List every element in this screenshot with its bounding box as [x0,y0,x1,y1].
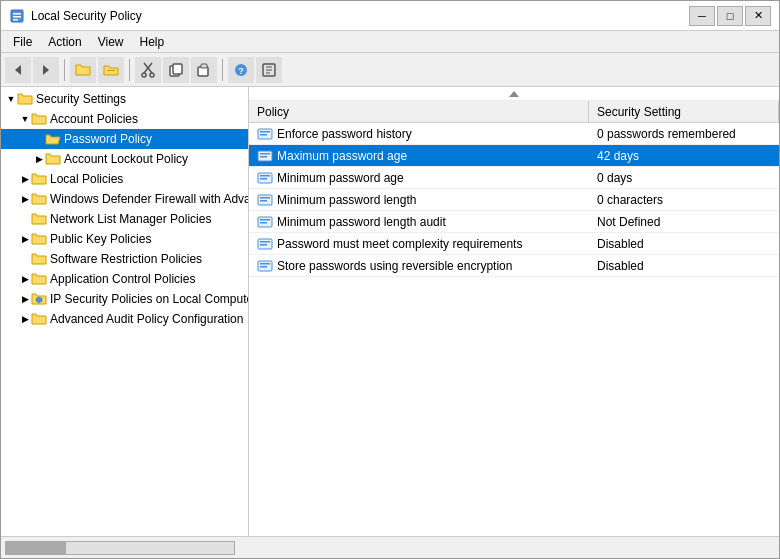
folder2-button[interactable] [98,57,124,83]
list-body: Enforce password history 0 passwords rem… [249,123,779,536]
list-row[interactable]: Minimum password length 0 characters [249,189,779,211]
svg-point-10 [150,73,154,77]
tree-label-application-control: Application Control Policies [50,272,195,286]
toolbar-sep-3 [222,59,223,81]
tree-item-windows-firewall[interactable]: ▶ Windows Defender Firewall with Adva... [1,189,248,209]
cut-button[interactable] [135,57,161,83]
policy-icon [257,259,273,273]
tree-label-password-policy: Password Policy [64,132,152,146]
tree-item-application-control[interactable]: ▶ Application Control Policies [1,269,248,289]
svg-rect-39 [260,244,267,246]
menu-bar: File Action View Help [1,31,779,53]
horizontal-scrollbar[interactable] [5,541,235,555]
folder-icon [17,92,33,106]
expand-arrow: ▼ [19,113,31,125]
policy-icon [257,149,273,163]
svg-rect-32 [260,197,270,199]
tree-label-software-restriction: Software Restriction Policies [50,252,202,266]
window-title: Local Security Policy [31,9,689,23]
forward-button[interactable] [33,57,59,83]
setting-cell: 0 days [589,171,779,185]
svg-marker-5 [43,65,49,75]
folder-icon [45,152,61,166]
svg-rect-26 [260,153,270,155]
tree-panel: ▼ Security Settings ▼ Account Policies [1,87,249,536]
expand-arrow: ▶ [19,193,31,205]
list-row[interactable]: Minimum password age 0 days [249,167,779,189]
close-button[interactable]: ✕ [745,6,771,26]
folder-icon [31,272,47,286]
policy-cell: Minimum password length [249,193,589,207]
tree-label-local-policies: Local Policies [50,172,123,186]
svg-rect-2 [13,16,21,18]
list-row-selected[interactable]: Maximum password age 42 days [249,145,779,167]
svg-marker-21 [509,91,519,97]
policy-icon [257,127,273,141]
list-row[interactable]: Password must meet complexity requiremen… [249,233,779,255]
tree-item-local-policies[interactable]: ▶ Local Policies [1,169,248,189]
paste-button[interactable] [191,57,217,83]
policy-icon [257,171,273,185]
folder-open-icon [45,132,61,146]
tree-item-security-settings[interactable]: ▼ Security Settings [1,89,248,109]
tree-item-advanced-audit[interactable]: ▶ Advanced Audit Policy Configuration [1,309,248,329]
expand-arrow: ▼ [5,93,17,105]
svg-rect-38 [260,241,270,243]
svg-rect-1 [13,13,21,15]
folder-icon [31,112,47,126]
list-row[interactable]: Minimum password length audit Not Define… [249,211,779,233]
menu-file[interactable]: File [5,33,40,51]
tree-item-ip-security[interactable]: ▶ IP Security Policies on Local Compute.… [1,289,248,309]
tree-label-public-key: Public Key Policies [50,232,151,246]
col-header-setting[interactable]: Security Setting [589,101,779,122]
main-window: Local Security Policy ─ □ ✕ File Action … [0,0,780,559]
policy-cell: Minimum password length audit [249,215,589,229]
scrollbar-thumb[interactable] [6,542,66,554]
policy-name: Minimum password length audit [277,215,446,229]
setting-cell: 0 passwords remembered [589,127,779,141]
setting-cell: 42 days [589,149,779,163]
tree-item-public-key[interactable]: ▶ Public Key Policies [1,229,248,249]
policy-icon [257,215,273,229]
expand-arrow: ▶ [19,293,31,305]
tree-item-password-policy[interactable]: ▶ Password Policy [1,129,248,149]
tree-label-account-policies: Account Policies [50,112,138,126]
minimize-button[interactable]: ─ [689,6,715,26]
policy-name: Store passwords using reversible encrypt… [277,259,512,273]
svg-rect-27 [260,156,267,158]
maximize-button[interactable]: □ [717,6,743,26]
help-button[interactable]: ? [228,57,254,83]
tree-item-account-lockout[interactable]: ▶ Account Lockout Policy [1,149,248,169]
policy-cell: Minimum password age [249,171,589,185]
tree-item-software-restriction[interactable]: ▶ Software Restriction Policies [1,249,248,269]
tree-label-advanced-audit: Advanced Audit Policy Configuration [50,312,243,326]
col-header-policy[interactable]: Policy [249,101,589,122]
policy-icon [257,237,273,251]
policy-name: Minimum password age [277,171,404,185]
back-button[interactable] [5,57,31,83]
folder-button[interactable] [70,57,96,83]
menu-help[interactable]: Help [132,33,173,51]
export-button[interactable] [256,57,282,83]
tree-item-account-policies[interactable]: ▼ Account Policies [1,109,248,129]
app-icon [9,8,25,24]
folder-icon [31,252,47,266]
menu-view[interactable]: View [90,33,132,51]
setting-cell: Not Defined [589,215,779,229]
tree-label-account-lockout: Account Lockout Policy [64,152,188,166]
menu-action[interactable]: Action [40,33,89,51]
policy-cell: Password must meet complexity requiremen… [249,237,589,251]
list-row[interactable]: Enforce password history 0 passwords rem… [249,123,779,145]
setting-cell: 0 characters [589,193,779,207]
svg-rect-36 [260,222,267,224]
tree-item-network-list[interactable]: ▶ Network List Manager Policies [1,209,248,229]
svg-rect-12 [173,64,182,74]
svg-rect-14 [201,64,207,68]
list-row[interactable]: Store passwords using reversible encrypt… [249,255,779,277]
copy-button[interactable] [163,57,189,83]
content-area: ▼ Security Settings ▼ Account Policies [1,87,779,536]
policy-name: Password must meet complexity requiremen… [277,237,522,251]
policy-icon [257,193,273,207]
folder-icon [31,172,47,186]
expand-arrow: ▶ [19,173,31,185]
